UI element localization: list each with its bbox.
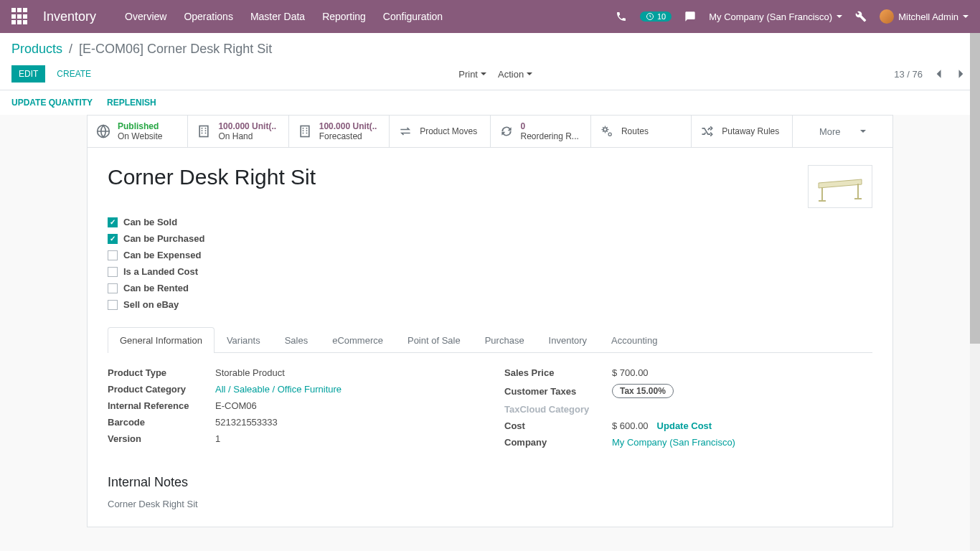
nav-reporting[interactable]: Reporting	[322, 11, 366, 22]
stat-box-6[interactable]: Putaway Rules	[692, 116, 792, 147]
field-label: Internal Reference	[108, 400, 215, 411]
field-row: Customer TaxesTax 15.00%	[504, 384, 872, 398]
field-value: Storable Product	[215, 367, 476, 378]
field-row: Product TypeStorable Product	[108, 367, 476, 378]
user-avatar	[880, 9, 894, 24]
field-label: Product Category	[108, 384, 215, 395]
replenish-button[interactable]: REPLENISH	[107, 98, 156, 108]
field-value: Tax 15.00%	[612, 384, 872, 398]
action-bar: UPDATE QUANTITY REPLENISH	[0, 90, 980, 115]
tab-sales[interactable]: Sales	[273, 327, 321, 353]
field-value: 521321553333	[215, 417, 476, 428]
pager-prev[interactable]	[931, 67, 946, 81]
svg-rect-2	[200, 126, 209, 137]
product-image[interactable]	[808, 165, 872, 208]
tab-general-information[interactable]: General Information	[108, 327, 215, 353]
tab-accounting[interactable]: Accounting	[599, 327, 669, 353]
svg-rect-8	[205, 133, 207, 134]
field-row: Product CategoryAll / Saleable / Office …	[108, 384, 476, 395]
scrollbar[interactable]	[970, 33, 980, 551]
form-left-column: Product TypeStorable ProductProduct Cate…	[108, 367, 476, 453]
field-label: Sales Price	[504, 367, 612, 378]
tab-bar: General InformationVariantsSaleseCommerc…	[108, 327, 872, 353]
stat-box-3[interactable]: Product Moves	[390, 116, 490, 147]
checkbox-4[interactable]	[108, 283, 118, 293]
activity-badge[interactable]: 10	[640, 11, 672, 22]
nav-operations[interactable]: Operations	[184, 11, 232, 22]
tab-ecommerce[interactable]: eCommerce	[320, 327, 395, 353]
checkbox-label-5: Sell on eBay	[123, 299, 179, 310]
cogs-icon	[600, 124, 614, 138]
action-dropdown[interactable]: Action	[498, 69, 532, 80]
navbar-menu: Overview Operations Master Data Reportin…	[125, 11, 616, 22]
nav-master-data[interactable]: Master Data	[250, 11, 305, 22]
create-button[interactable]: CREATE	[51, 65, 97, 83]
building-icon	[298, 124, 312, 138]
tab-inventory[interactable]: Inventory	[537, 327, 599, 353]
field-value: E-COM06	[215, 400, 476, 411]
svg-rect-5	[202, 130, 203, 131]
field-label: Customer Taxes	[504, 386, 612, 397]
stat-box-5[interactable]: Routes	[591, 116, 692, 147]
checkbox-0[interactable]	[108, 217, 118, 227]
checkbox-1[interactable]	[108, 234, 118, 244]
stat-box-4[interactable]: 0Reordering R...	[491, 116, 591, 147]
field-row: Barcode521321553333	[108, 417, 476, 428]
svg-rect-7	[202, 133, 203, 134]
stat-box-0[interactable]: PublishedOn Website	[88, 116, 188, 147]
nav-overview[interactable]: Overview	[125, 11, 166, 22]
checkbox-label-2: Can be Expensed	[123, 250, 201, 260]
field-link[interactable]: All / Saleable / Office Furniture	[215, 384, 341, 395]
field-link[interactable]: My Company (San Francisco)	[612, 437, 735, 448]
refresh-icon	[499, 124, 514, 138]
tab-point-of-sale[interactable]: Point of Sale	[395, 327, 473, 353]
stat-box-more[interactable]: More	[793, 116, 892, 147]
checkbox-label-4: Can be Rented	[123, 283, 189, 293]
company-selector[interactable]: My Company (San Francisco)	[709, 11, 842, 22]
globe-icon	[96, 124, 110, 138]
scrollbar-thumb[interactable]	[970, 33, 980, 344]
tab-variants[interactable]: Variants	[215, 327, 273, 353]
stat-box-1[interactable]: 100.000 Unit(..On Hand	[188, 116, 288, 147]
edit-button[interactable]: EDIT	[11, 65, 45, 83]
checkbox-row-1: Can be Purchased	[108, 233, 872, 244]
checkbox-2[interactable]	[108, 250, 118, 260]
apps-launcher-icon[interactable]	[11, 8, 29, 25]
svg-rect-13	[306, 130, 307, 131]
stat-box-2[interactable]: 100.000 Unit(..Forecasted	[289, 116, 390, 147]
tax-badge: Tax 15.00%	[612, 384, 674, 398]
form-right-column: Sales Price$ 700.00Customer TaxesTax 15.…	[504, 367, 872, 453]
field-action[interactable]: Update Cost	[657, 420, 712, 431]
svg-rect-6	[205, 130, 207, 131]
field-value: $ 700.00	[612, 367, 872, 378]
breadcrumb: Products / [E-COM06] Corner Desk Right S…	[11, 42, 969, 57]
checkbox-3[interactable]	[108, 267, 118, 277]
svg-point-17	[608, 133, 611, 136]
debug-icon[interactable]	[855, 11, 867, 22]
field-value: $ 600.00Update Cost	[612, 420, 872, 431]
pager-counter: 13 / 76	[894, 69, 923, 80]
checkbox-5[interactable]	[108, 300, 118, 310]
print-dropdown[interactable]: Print	[458, 69, 486, 80]
field-label: Barcode	[108, 417, 215, 428]
user-menu[interactable]: Mitchell Admin	[880, 9, 969, 24]
field-value: All / Saleable / Office Furniture	[215, 384, 476, 395]
field-row: Version1	[108, 433, 476, 444]
field-row: TaxCloud Category	[504, 404, 872, 415]
phone-icon[interactable]	[616, 11, 627, 22]
field-label: Company	[504, 437, 612, 448]
stat-boxes: PublishedOn Website100.000 Unit(..On Han…	[87, 115, 893, 147]
exchange-icon	[398, 124, 413, 138]
update-quantity-button[interactable]: UPDATE QUANTITY	[11, 98, 93, 108]
svg-rect-10	[302, 128, 303, 129]
chat-icon[interactable]	[684, 11, 696, 22]
tab-purchase[interactable]: Purchase	[473, 327, 537, 353]
product-title: Corner Desk Right Sit	[108, 165, 316, 189]
nav-configuration[interactable]: Configuration	[383, 11, 443, 22]
field-row: Sales Price$ 700.00	[504, 367, 872, 378]
internal-notes-heading: Internal Notes	[108, 475, 872, 490]
field-value: My Company (San Francisco)	[612, 437, 872, 448]
breadcrumb-root[interactable]: Products	[11, 42, 62, 56]
breadcrumb-current: [E-COM06] Corner Desk Right Sit	[79, 42, 272, 56]
pager-next[interactable]	[954, 67, 969, 81]
